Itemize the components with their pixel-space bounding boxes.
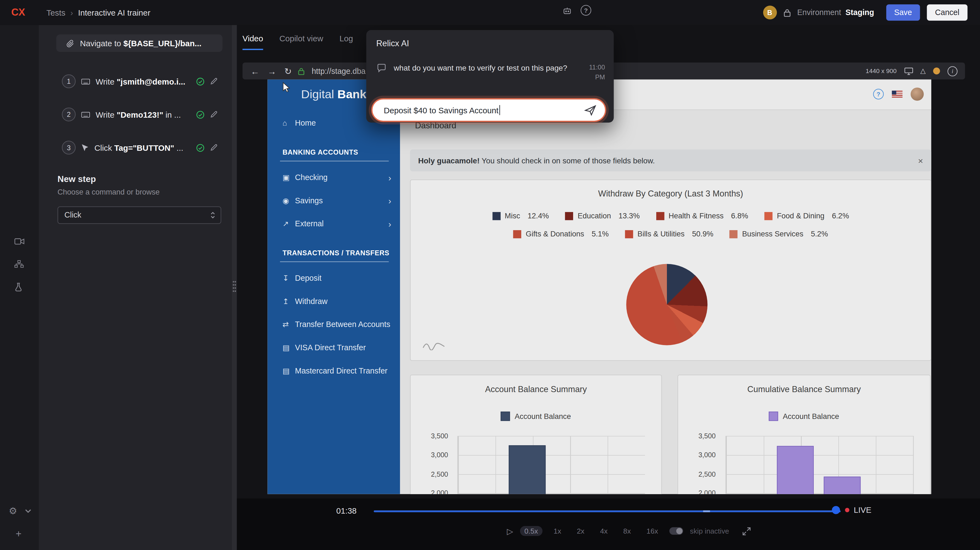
section-divider [280, 161, 389, 161]
legend-item: Business Services5.2% [730, 230, 828, 238]
drag-handle[interactable] [232, 280, 236, 293]
transfer-icon: ⇄ [282, 320, 295, 329]
edit-step-icon[interactable] [210, 144, 217, 151]
step-3[interactable]: 3 Click Tag="BUTTON" ... [56, 139, 223, 156]
keyboard-icon [81, 78, 90, 85]
tab-copilot-view[interactable]: Copilot view [280, 33, 323, 50]
chevron-down-icon[interactable] [25, 509, 31, 513]
bank-section-transactions: TRANSACTIONS / TRANSFERS [282, 249, 390, 257]
legend-item: Misc12.4% [492, 212, 549, 220]
environment-value[interactable]: Staging [845, 8, 874, 17]
refresh-icon[interactable]: ↻ [285, 66, 292, 76]
fullscreen-icon[interactable] [742, 527, 750, 535]
send-icon[interactable] [584, 105, 596, 115]
legend-swatch [730, 230, 738, 238]
bank-nav-savings[interactable]: ◉ Savings › [267, 194, 400, 207]
speed-1x[interactable]: 1x [549, 526, 566, 536]
progress-bar[interactable] [374, 510, 840, 512]
sitemap-icon[interactable] [14, 260, 24, 268]
playback-controls: ▷ 0.5x 1x 2x 4x 8x 16x skip inactive [507, 526, 750, 536]
chevron-right-icon: › [388, 196, 391, 206]
y-tick: 2,000 [423, 489, 448, 494]
edit-step-icon[interactable] [210, 111, 217, 118]
flask-icon[interactable] [14, 283, 23, 292]
edit-step-icon[interactable] [210, 77, 217, 85]
view-tabs: Video Copilot view Log [243, 33, 353, 50]
breadcrumb: Tests › Interactive AI trainer [46, 8, 150, 17]
assistant-input[interactable]: Deposit $40 to Savings Account [371, 98, 606, 122]
monitor-icon[interactable] [904, 67, 913, 75]
video-camera-icon[interactable] [14, 238, 25, 245]
gear-icon[interactable]: ⚙ [9, 505, 17, 517]
speed-8x[interactable]: 8x [619, 526, 635, 536]
bank-help-icon[interactable]: ? [873, 89, 884, 100]
pointer-triangle-icon[interactable]: △ [920, 67, 926, 75]
save-button[interactable]: Save [886, 5, 920, 21]
cancel-button[interactable]: Cancel [927, 5, 967, 21]
bank-nav-transfer[interactable]: ⇄ Transfer Between Accounts [267, 318, 400, 331]
command-select-value: Click [64, 211, 81, 220]
alert-close-icon[interactable]: × [918, 155, 923, 166]
app-root: CX Tests › Interactive AI trainer ? B En… [0, 0, 980, 550]
add-icon[interactable]: + [16, 528, 21, 540]
robot-icon[interactable] [562, 6, 572, 15]
speed-0.5x[interactable]: 0.5x [520, 526, 542, 536]
bank-nav-withdraw[interactable]: ↥ Withdraw [267, 295, 400, 308]
y-tick: 2,000 [691, 489, 716, 494]
y-tick: 3,000 [423, 451, 448, 458]
deposit-icon: ↧ [282, 274, 295, 283]
breadcrumb-separator-icon: › [70, 8, 73, 17]
progress-knob[interactable] [832, 506, 840, 514]
bar-plot [457, 436, 645, 494]
withdraw-icon: ↥ [282, 297, 295, 306]
tab-video[interactable]: Video [243, 33, 263, 50]
skip-inactive-toggle[interactable] [670, 527, 683, 535]
help-icon[interactable]: ? [581, 5, 591, 16]
step-number: 3 [62, 141, 75, 154]
alert-text: Holy guacamole! You should check in on s… [418, 156, 655, 165]
step-2[interactable]: 2 Write "Demo123!" in ... [56, 105, 223, 123]
url-field[interactable]: http://stage.dba [312, 67, 366, 75]
bank-user-avatar[interactable] [910, 88, 924, 101]
y-tick: 3,500 [423, 432, 448, 440]
language-flag-icon[interactable] [892, 91, 903, 97]
back-icon[interactable]: ← [251, 66, 259, 76]
info-icon[interactable]: i [947, 66, 958, 76]
new-step-command-select[interactable]: Click [57, 206, 221, 224]
speed-16x[interactable]: 16x [642, 526, 662, 536]
pie-chart-title: Withdraw By Category (Last 3 Months) [411, 189, 931, 198]
bank-nav-visa-transfer[interactable]: ▤ VISA Direct Transfer [267, 341, 400, 354]
step-1[interactable]: 1 Write "jsmith@demo.i... [56, 73, 223, 90]
select-chevrons-icon [210, 212, 216, 219]
user-avatar[interactable]: B [763, 6, 776, 19]
tab-log[interactable]: Log [339, 33, 353, 50]
steps-panel: Navigate to ${BASE_URL}/ban... 1 Write "… [39, 25, 232, 550]
breadcrumb-tests[interactable]: Tests [46, 8, 65, 17]
forward-icon[interactable]: → [267, 66, 276, 76]
video-frame: Digital Bank ⌂ Home BANKING ACCOUNTS ▣ C… [267, 79, 931, 494]
bank-nav-deposit[interactable]: ↧ Deposit [267, 272, 400, 285]
speed-4x[interactable]: 4x [595, 526, 612, 536]
bank-nav-external[interactable]: ↗ External › [267, 218, 400, 230]
bar-chart-title: Cumulative Balance Summary [678, 385, 930, 394]
step-navigate[interactable]: Navigate to ${BASE_URL}/ban... [56, 35, 223, 52]
breadcrumb-current: Interactive AI trainer [78, 8, 150, 17]
bar-plot [726, 436, 914, 494]
play-icon[interactable]: ▷ [507, 526, 513, 536]
y-tick: 2,500 [423, 470, 448, 478]
bar-chart-legend: Account Balance [678, 411, 930, 421]
legend-swatch [565, 212, 573, 220]
sparkline-icon [422, 339, 446, 350]
card-icon: ▤ [282, 367, 295, 375]
savings-icon: ◉ [282, 196, 295, 205]
speed-2x[interactable]: 2x [572, 526, 589, 536]
legend-item: Health & Fitness6.8% [656, 212, 748, 220]
legend-swatch [656, 212, 664, 220]
bar-chart-title: Account Balance Summary [411, 385, 662, 394]
panel-resize-divider[interactable] [232, 25, 237, 550]
legend-item: Food & Dining6.2% [765, 212, 849, 220]
legend-swatch [501, 411, 510, 421]
bank-nav-mastercard-transfer[interactable]: ▤ Mastercard Direct Transfer [267, 365, 400, 377]
bank-nav-checking[interactable]: ▣ Checking › [267, 171, 400, 184]
recording-dot-icon[interactable] [933, 68, 940, 75]
